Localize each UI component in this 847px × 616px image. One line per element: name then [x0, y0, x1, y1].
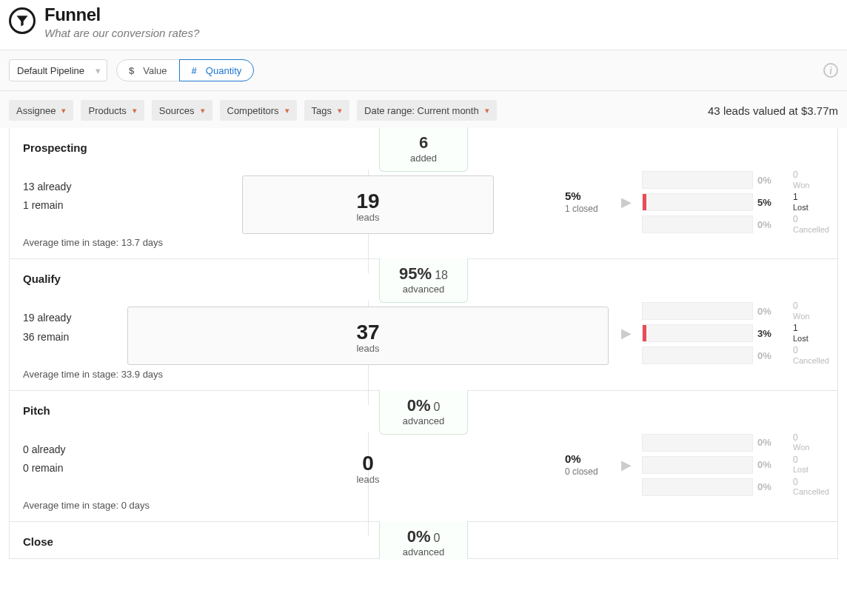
leads-box[interactable]: 19leads [242, 175, 494, 234]
stage-qualify: 95%18advancedQualify19 already36 remainA… [10, 258, 837, 389]
info-icon[interactable]: i [823, 63, 838, 78]
triangle-right-icon: ▶ [621, 325, 637, 341]
lost-pct: 3% [757, 324, 789, 342]
already-text: 0 already [23, 441, 171, 459]
page-subtitle: What are our conversion rates? [44, 27, 199, 39]
cancelled-label: 0Cancelled [793, 215, 845, 233]
remain-text: 0 remain [23, 459, 171, 478]
lost-label: 1Lost [793, 324, 845, 342]
filter-date-range[interactable]: Date range: Current month▾ [357, 100, 497, 121]
funnel-icon [9, 7, 36, 34]
lost-label: 0Lost [793, 456, 845, 474]
cancelled-pct: 0% [757, 478, 789, 496]
chevron-down-icon: ▾ [485, 106, 489, 116]
triangle-right-icon: ▶ [621, 194, 637, 210]
hash-icon: # [192, 65, 197, 76]
filter-competitors[interactable]: Competitors▾ [220, 100, 297, 121]
pipeline-select[interactable]: Default Pipeline ▾ [9, 59, 107, 81]
chevron-down-icon: ▾ [96, 65, 101, 76]
stage-name: Pitch [23, 404, 171, 417]
bar-cancelled[interactable] [642, 346, 753, 364]
leads-box: 0leads [356, 438, 379, 495]
won-label: 0Won [793, 171, 845, 189]
stage-name: Prospecting [23, 141, 171, 154]
stage-prospecting: 6addedProspecting13 already1 remainAvera… [10, 128, 837, 258]
cancelled-label: 0Cancelled [793, 346, 845, 364]
summary-text: 43 leads valued at $3.77m [708, 104, 838, 117]
cancelled-pct: 0% [757, 346, 789, 364]
leads-label: leads [356, 474, 379, 485]
leads-count: 19 [243, 190, 493, 213]
cancelled-pct: 0% [757, 215, 789, 233]
stage-pitch: 0%0advancedPitch0 already0 remainAverage… [10, 390, 837, 521]
bar-cancelled[interactable] [642, 215, 753, 233]
leads-label: leads [128, 343, 608, 354]
dollar-icon: $ [129, 65, 134, 76]
leads-count: 0 [356, 452, 379, 475]
closed-summary: 0%0 closed [565, 452, 617, 478]
pipeline-select-label: Default Pipeline [17, 65, 84, 76]
bar-lost[interactable] [642, 193, 753, 211]
lost-label: 1Lost [793, 193, 845, 211]
lost-pct: 5% [757, 193, 789, 211]
leads-box[interactable]: 37leads [127, 307, 609, 365]
funnel-panel: 6addedProspecting13 already1 remainAvera… [9, 128, 838, 559]
lost-pct: 0% [757, 456, 789, 474]
won-pct: 0% [757, 302, 789, 320]
cancelled-label: 0Cancelled [793, 478, 845, 496]
bar-lost[interactable] [642, 456, 753, 474]
leads-label: leads [243, 212, 493, 223]
toggle-quantity-button[interactable]: # Quantity [179, 59, 255, 81]
chevron-down-icon: ▾ [201, 106, 205, 116]
page-title: Funnel [44, 4, 199, 25]
avg-time: Average time in stage: 0 days [23, 500, 171, 511]
won-label: 0Won [793, 302, 845, 320]
filter-tags[interactable]: Tags▾ [304, 100, 349, 121]
bar-won[interactable] [642, 434, 753, 452]
leads-count: 37 [128, 321, 608, 344]
already-text: 13 already [23, 178, 171, 196]
filter-sources[interactable]: Sources▾ [152, 100, 212, 121]
filter-assignee[interactable]: Assignee▾ [9, 100, 73, 121]
remain-text: 1 remain [23, 196, 171, 215]
chevron-down-icon: ▾ [285, 106, 289, 116]
toggle-quantity-label: Quantity [206, 65, 241, 76]
filter-products[interactable]: Products▾ [81, 100, 144, 121]
won-pct: 0% [757, 171, 789, 189]
stage-name: Qualify [23, 272, 171, 285]
avg-time: Average time in stage: 13.7 days [23, 237, 171, 248]
badge-label: advanced [399, 546, 448, 558]
closed-summary: 5%1 closed [565, 189, 617, 215]
toggle-value-label: Value [143, 65, 167, 76]
chevron-down-icon: ▾ [133, 106, 137, 116]
chevron-down-icon: ▾ [61, 106, 66, 116]
won-label: 0Won [793, 434, 845, 452]
bar-won[interactable] [642, 302, 753, 320]
triangle-right-icon: ▶ [621, 457, 637, 473]
stage-name: Close [23, 535, 171, 548]
bar-won[interactable] [642, 171, 753, 189]
bar-cancelled[interactable] [642, 478, 753, 496]
avg-time: Average time in stage: 33.9 days [23, 369, 171, 380]
stage-close: 0%0advancedClose [10, 521, 837, 558]
won-pct: 0% [757, 434, 789, 452]
toggle-value-button[interactable]: $ Value [116, 59, 180, 81]
bar-lost[interactable] [642, 324, 753, 342]
chevron-down-icon: ▾ [338, 106, 342, 116]
